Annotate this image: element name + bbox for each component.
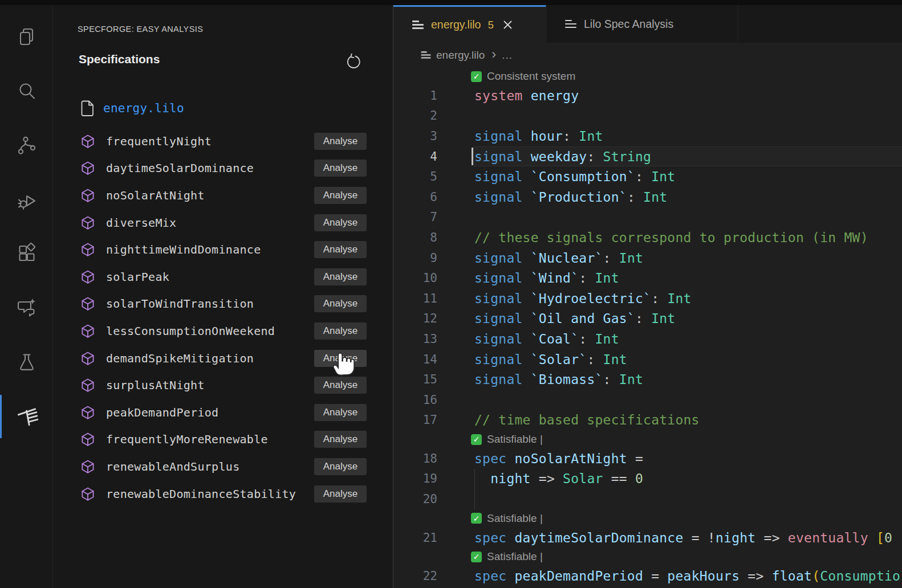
tab-energy-lilo[interactable]: energy.lilo 5	[393, 5, 546, 43]
tab-label: energy.lilo	[431, 18, 481, 31]
line-number: 21	[393, 531, 437, 545]
code-line[interactable]: 11 signal `Hydroelectric`: Int	[393, 288, 902, 309]
check-icon: ✓	[471, 71, 482, 82]
cube-icon	[80, 405, 95, 420]
spec-label: solarToWindTransition	[106, 297, 314, 311]
tab-lilo-spec-analysis[interactable]: Lilo Spec Analysis	[546, 5, 738, 43]
spec-label: renewableDominanceStability	[106, 487, 314, 501]
refresh-icon[interactable]	[344, 53, 362, 71]
cube-icon	[80, 378, 95, 393]
spec-label: frequentlyNight	[106, 134, 314, 148]
indent-guide	[474, 489, 475, 509]
spec-row: solarPeak Analyse	[53, 263, 393, 291]
testing-beaker-icon[interactable]	[0, 341, 53, 384]
code-line[interactable]: 15 signal `Biomass`: Int	[393, 369, 902, 390]
breadcrumb-file[interactable]: energy.lilo	[436, 49, 485, 62]
check-icon: ✓	[471, 513, 482, 524]
tab-label: Lilo Spec Analysis	[584, 18, 673, 31]
codelens-text[interactable]: Satisfiable |	[487, 550, 543, 563]
codelens-row[interactable]: ✓ Consistent system	[393, 67, 902, 85]
explorer-icon[interactable]	[0, 15, 53, 58]
extensions-icon[interactable]	[0, 231, 53, 275]
code-line[interactable]: 5 signal `Consumption`: Int	[393, 166, 902, 187]
analyse-button[interactable]: Analyse	[314, 404, 367, 421]
code-line[interactable]: 9 signal `Nuclear`: Int	[393, 248, 902, 268]
cube-icon	[80, 459, 95, 474]
code-line[interactable]: 20	[393, 489, 902, 509]
codelens-text[interactable]: Satisfiable |	[487, 433, 543, 446]
code-line-content: signal `Consumption`: Int	[474, 169, 675, 184]
code-line-content: signal `Solar`: Int	[474, 352, 627, 367]
code-line[interactable]: 12 signal `Oil and Gas`: Int	[393, 309, 902, 329]
code-line[interactable]: 8 // these signals correspond to product…	[393, 227, 902, 248]
cube-icon	[80, 134, 95, 149]
cube-icon	[80, 188, 95, 203]
code-line[interactable]: 21 spec daytimeSolarDominance = !night =…	[393, 528, 902, 548]
specforge-icon[interactable]	[0, 395, 53, 438]
analyse-button[interactable]: Analyse	[314, 187, 367, 204]
line-number: 10	[393, 271, 437, 285]
analyse-button[interactable]: Analyse	[314, 214, 367, 231]
code-line[interactable]: 1 system energy	[393, 85, 902, 106]
codelens-row[interactable]: ✓ Satisfiable |	[393, 430, 902, 448]
spec-label: daytimeSolarDominance	[106, 161, 314, 175]
code-line[interactable]: 4 signal weekday: String	[393, 146, 902, 167]
analyse-button[interactable]: Analyse	[314, 322, 367, 340]
code-line-content: // time based specifications	[474, 413, 700, 427]
codelens-row[interactable]: ✓ Satisfiable |	[393, 548, 902, 566]
chevron-right-icon: ›	[491, 46, 496, 62]
analyse-button[interactable]: Analyse	[314, 377, 367, 394]
source-control-icon[interactable]	[0, 124, 53, 167]
line-number: 16	[393, 393, 437, 407]
analyse-button[interactable]: Analyse	[314, 133, 367, 150]
code-line[interactable]: 13 signal `Coal`: Int	[393, 329, 902, 349]
code-line[interactable]: 3 signal hour: Int	[393, 126, 902, 146]
problems-badge: 5	[487, 19, 494, 31]
analyse-button[interactable]: Analyse	[314, 431, 367, 448]
analyse-button[interactable]: Analyse	[314, 458, 367, 475]
breadcrumb-more[interactable]: ...	[502, 49, 513, 62]
search-icon[interactable]	[0, 70, 53, 113]
analyse-button[interactable]: Analyse	[314, 241, 367, 258]
code-line[interactable]: 2	[393, 106, 902, 126]
analyse-button[interactable]: Analyse	[314, 295, 367, 312]
line-number: 1	[393, 89, 437, 103]
codelens-text[interactable]: Consistent system	[487, 70, 575, 83]
code-line[interactable]: 16	[393, 390, 902, 410]
spec-row: nighttimeWindDominance Analyse	[53, 236, 393, 263]
line-number: 12	[393, 312, 437, 325]
code-line[interactable]: 10 signal `Wind`: Int	[393, 268, 902, 288]
spec-label: renewableAndSurplus	[106, 460, 314, 473]
breadcrumb[interactable]: energy.lilo › ...	[393, 43, 902, 67]
line-number: 4	[393, 150, 437, 164]
code-line[interactable]: 19 night => Solar == 0	[393, 469, 902, 489]
code-line[interactable]: 14 signal `Solar`: Int	[393, 349, 902, 370]
code-line-content: signal `Nuclear`: Int	[474, 251, 643, 266]
analyse-button[interactable]: Analyse	[314, 485, 367, 503]
analyse-button[interactable]: Analyse	[314, 160, 367, 177]
code-editor[interactable]: ✓ Consistent system 1 system energy 2 3 …	[393, 67, 902, 588]
spec-row: peakDemandPeriod Analyse	[53, 399, 393, 426]
analyse-button[interactable]: Analyse	[314, 350, 367, 367]
run-debug-icon[interactable]	[0, 179, 53, 222]
file-item-energy-lilo[interactable]: energy.lilo	[80, 96, 184, 120]
line-number: 13	[393, 332, 437, 346]
line-number: 3	[393, 129, 437, 143]
line-number: 19	[393, 472, 437, 485]
code-line[interactable]: 6 signal `Production`: Int	[393, 187, 902, 207]
chat-icon[interactable]	[0, 286, 53, 329]
close-icon[interactable]	[503, 20, 513, 30]
spec-label: demandSpikeMitigation	[106, 352, 314, 365]
code-line[interactable]: 7	[393, 207, 902, 228]
codelens-text[interactable]: Satisfiable |	[487, 512, 543, 525]
code-line[interactable]: 18 spec noSolarAtNight =	[393, 448, 902, 469]
code-line[interactable]: 17 // time based specifications	[393, 410, 902, 431]
code-line[interactable]: 22 spec peakDemandPeriod = peakHours => …	[393, 566, 902, 586]
spec-row: lessConsumptionOnWeekend Analyse	[53, 317, 393, 345]
line-number: 8	[393, 231, 437, 244]
code-line-content: // these signals correspond to productio…	[474, 230, 868, 245]
code-line-content: signal weekday: String	[474, 149, 651, 164]
codelens-row[interactable]: ✓ Satisfiable |	[393, 509, 902, 528]
analyse-button[interactable]: Analyse	[314, 268, 367, 285]
spec-row: renewableDominanceStability Analyse	[53, 480, 393, 508]
